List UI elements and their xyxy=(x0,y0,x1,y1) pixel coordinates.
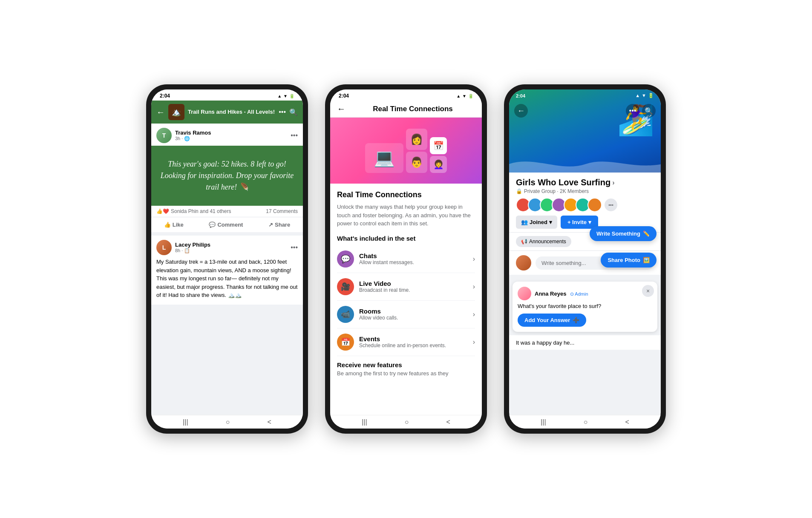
nav-home-2[interactable]: ○ xyxy=(405,418,409,426)
more-button-3[interactable]: ••• xyxy=(626,104,639,118)
chats-desc: Allow instant messages. xyxy=(359,259,473,265)
events-name: Events xyxy=(359,335,473,342)
feed-text: It was a happy day he... xyxy=(516,340,574,346)
qa-card: Anna Reyes ⊙ Admin What's your favorite … xyxy=(513,282,657,332)
live-text: Live Video Broadcast in real time. xyxy=(359,280,473,293)
back-button-1[interactable]: ← xyxy=(156,107,165,117)
wifi-icon: ▼ xyxy=(283,94,288,98)
post-time-2: 8h · 📋 xyxy=(175,248,287,253)
live-chevron: › xyxy=(473,283,475,291)
member-more: ••• xyxy=(604,198,618,212)
nav-menu-2[interactable]: ||| xyxy=(362,418,367,426)
add-answer-button[interactable]: Add Your Answer ➕ xyxy=(518,314,586,327)
time-3: 2:04 xyxy=(516,93,525,98)
laptop-icon: 💻 xyxy=(365,143,403,173)
nav-home-1[interactable]: ○ xyxy=(226,418,230,426)
nav-bar-2: ||| ○ < xyxy=(330,415,482,429)
status-icons-2: ▲ ▼ 🔋 xyxy=(456,94,473,98)
post-dots-1[interactable]: ••• xyxy=(291,132,298,139)
joined-icon: 👥 xyxy=(521,219,528,225)
feature-banner: 💻 👩 👨 📅 👩‍🦱 xyxy=(330,118,482,184)
post-dots-2[interactable]: ••• xyxy=(291,244,298,251)
nav-menu-1[interactable]: ||| xyxy=(183,418,188,426)
lock-icon: 🔒 xyxy=(516,188,522,194)
feature-item-rooms[interactable]: 📹 Rooms Allow video calls. › xyxy=(337,301,475,328)
green-post: This year's goal: 52 hikes. 8 left to go… xyxy=(151,146,303,206)
cover-header: ← ••• 🔍 xyxy=(509,101,661,120)
share-button[interactable]: ↗ Share xyxy=(264,219,294,230)
nav-back-3[interactable]: < xyxy=(625,418,629,426)
feature-item-live[interactable]: 🎥 Live Video Broadcast in real time. › xyxy=(337,273,475,301)
nav-bar-1: ||| ○ < xyxy=(151,415,303,429)
chats-name: Chats xyxy=(359,252,473,259)
like-button[interactable]: 👍 Like xyxy=(160,219,188,230)
announcements-chip[interactable]: 📢 Announcements xyxy=(516,236,571,247)
nav-menu-3[interactable]: ||| xyxy=(541,418,546,426)
receive-title: Receive new features xyxy=(337,361,475,368)
feed-1: T Travis Ramos 3h · 🌐 ••• This year's go… xyxy=(151,124,303,415)
rooms-chevron: › xyxy=(473,311,475,318)
write-something-tooltip[interactable]: Write Something ✏️ xyxy=(590,226,657,241)
events-desc: Schedule online and in-person events. xyxy=(359,342,473,348)
qa-name: Anna Reyes xyxy=(535,291,566,297)
rooms-name: Rooms xyxy=(359,308,473,315)
back-button-2[interactable]: ← xyxy=(337,104,346,114)
battery-3: 🔋 xyxy=(648,93,654,98)
qa-avatar xyxy=(518,287,531,300)
feature-desc: Unlock the many ways that help your grou… xyxy=(337,203,475,228)
post-meta-1: Travis Ramos 3h · 🌐 xyxy=(175,130,287,141)
post-header-2: L Lacey Philips 8h · 📋 ••• xyxy=(151,236,303,258)
back-button-3[interactable]: ← xyxy=(514,104,528,118)
write-box: Write something... Write Something ✏️ Sh… xyxy=(509,251,661,278)
group-icon-1: 🏔️ xyxy=(168,104,184,120)
like-icon: 👍 xyxy=(164,222,171,228)
rooms-text: Rooms Allow video calls. xyxy=(359,308,473,321)
post-header-1: T Travis Ramos 3h · 🌐 ••• xyxy=(151,124,303,146)
receive-section: Receive new features Be among the first … xyxy=(337,361,475,377)
member-avatars: ••• xyxy=(516,198,654,212)
nav-home-3[interactable]: ○ xyxy=(584,418,588,426)
battery-icon: 🔋 xyxy=(289,94,294,98)
battery-icon-2: 🔋 xyxy=(468,94,473,98)
reaction-count: Sonida Phin and 41 others xyxy=(171,208,231,214)
nav-back-2[interactable]: < xyxy=(446,418,450,426)
group-name-chevron: › xyxy=(612,179,614,187)
search-button-3[interactable]: 🔍 xyxy=(642,104,656,118)
content-2: 💻 👩 👨 📅 👩‍🦱 Real Time Connections Unlock… xyxy=(330,118,482,415)
feature-item-chats[interactable]: 💬 Chats Allow instant messages. › xyxy=(337,245,475,273)
post-time-1: 3h · 🌐 xyxy=(175,136,287,141)
comment-icon: 💬 xyxy=(209,222,216,228)
status-icons-1: ▲ ▼ 🔋 xyxy=(277,94,294,98)
status-icons-3: ▲ ▼ 🔋 xyxy=(635,93,654,98)
person-3: 👩‍🦱 xyxy=(430,156,447,173)
person-bubbles: 👩 👨 xyxy=(406,129,427,173)
edit-icon: ✏️ xyxy=(643,230,650,237)
signal-icon: ▲ xyxy=(277,94,282,98)
qa-admin-label: ⊙ Admin xyxy=(570,291,588,296)
invite-button[interactable]: + Invite ▾ xyxy=(561,216,598,229)
feature-title: Real Time Connections xyxy=(337,190,475,199)
banner-illustration: 💻 👩 👨 📅 👩‍🦱 xyxy=(361,124,451,177)
invite-chevron: ▾ xyxy=(588,219,591,225)
joined-button[interactable]: 👥 Joined ▾ xyxy=(516,216,557,229)
phone-2: 2:04 ▲ ▼ 🔋 ← Real Time Connections 💻 👩 xyxy=(325,84,487,434)
chats-chevron: › xyxy=(473,255,475,263)
chats-icon: 💬 xyxy=(337,250,354,268)
wifi-icon-2: ▼ xyxy=(462,94,466,98)
events-chevron: › xyxy=(473,338,475,346)
post-reactions-1: 👍❤️ Sonida Phin and 41 others 17 Comment… xyxy=(151,206,303,217)
feature-item-events[interactable]: 📅 Events Schedule online and in-person e… xyxy=(337,328,475,356)
nav-back-1[interactable]: < xyxy=(268,418,271,426)
feed-preview: It was a happy day he... xyxy=(509,335,661,350)
qa-question: What's your favorite place to surf? xyxy=(518,303,652,309)
author-name-1: Travis Ramos xyxy=(175,130,287,136)
status-bar-3: 2:04 ▲ ▼ 🔋 xyxy=(509,89,661,102)
qa-close-button[interactable]: × xyxy=(642,285,654,297)
comment-button[interactable]: 💬 Comment xyxy=(204,219,247,230)
status-bar-1: 2:04 ▲ ▼ 🔋 xyxy=(151,89,303,101)
more-button-1[interactable]: ••• xyxy=(279,108,286,116)
share-photo-tooltip[interactable]: Share Photo 🖼️ xyxy=(601,253,657,268)
search-button-1[interactable]: 🔍 xyxy=(289,108,298,116)
write-avatar xyxy=(516,255,531,271)
screen-title-2: Real Time Connections xyxy=(351,105,475,113)
